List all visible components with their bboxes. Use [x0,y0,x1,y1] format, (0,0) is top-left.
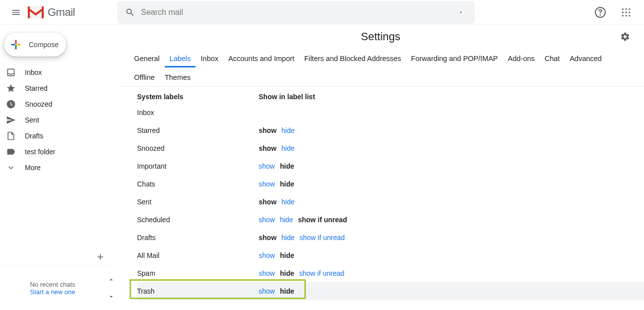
show-option[interactable]: show [259,287,280,295]
sidebar-item-inbox[interactable]: Inbox [0,64,117,80]
nav-label: More [25,164,41,172]
compose-label: Compose [29,41,59,49]
svg-rect-1 [28,6,30,18]
label-row-drafts: Draftsshowhideshow if unread [137,229,644,247]
svg-point-4 [600,14,601,15]
tab-labels[interactable]: Labels [165,49,196,67]
hide-option: hide [280,162,299,170]
svg-point-9 [625,11,627,13]
nav-label: Snoozed [25,100,52,108]
svg-point-12 [625,15,627,16]
sidebar-item-sent[interactable]: Sent [0,112,117,128]
hide-option[interactable]: hide [280,216,298,224]
gear-icon [620,32,630,42]
header: Gmail [0,0,644,25]
hamburger-icon [11,7,21,17]
show-option[interactable]: show [259,251,280,259]
svg-point-11 [622,15,624,16]
logo[interactable]: Gmail [28,6,117,19]
show-option: show [259,234,282,242]
inbox-icon [6,67,16,77]
hide-option[interactable]: hide [282,144,299,152]
star-icon [6,83,16,93]
plus-small-icon [95,252,105,262]
tab-add-ons[interactable]: Add-ons [503,49,540,67]
label-row-inbox: Inbox [137,104,644,122]
label-row-starred: Starredshowhide [137,122,644,139]
tab-themes[interactable]: Themes [160,67,196,86]
show-option[interactable]: show [259,269,280,277]
show-if-unread-option[interactable]: show if unread [299,269,349,277]
support-button[interactable] [590,2,610,22]
label-row-all-mail: All Mailshowhide [137,247,644,264]
main-menu-button[interactable] [4,0,28,24]
apps-button[interactable] [616,2,636,22]
label-options: showhide [259,282,644,300]
label-options: showhide [259,139,644,157]
tab-filters-and-blocked-addresses[interactable]: Filters and Blocked Addresses [299,49,406,67]
apps-grid-icon [621,7,631,17]
svg-point-6 [625,8,627,9]
label-name: Spam [137,264,259,282]
nav-label: test folder [25,148,55,156]
new-label-button[interactable] [95,252,105,262]
tab-offline[interactable]: Offline [129,67,160,86]
sidebar: Compose InboxStarredSnoozedSentDraftstes… [0,25,117,310]
chat-scroll-down[interactable] [107,293,115,301]
show-option[interactable]: show [259,216,280,224]
sidebar-item-snoozed[interactable]: Snoozed [0,96,117,112]
tab-forwarding-and-pop-imap[interactable]: Forwarding and POP/IMAP [406,49,503,67]
chat-scroll-up[interactable] [107,276,115,284]
label-name: Snoozed [137,139,259,157]
hide-option[interactable]: hide [282,234,299,242]
hide-option: hide [280,287,299,295]
labels-settings-content: System labels Show in label list InboxSt… [117,87,644,310]
start-chat-link[interactable]: Start a new one [30,288,75,296]
sidebar-item-more[interactable]: More [0,160,117,176]
send-icon [6,115,16,125]
page-title: Settings [361,30,401,43]
hide-option[interactable]: hide [282,126,299,134]
search-bar[interactable] [117,1,475,24]
label-row-sent: Sentshowhide [137,193,644,211]
label-options: showhideshow if unread [259,229,644,247]
label-name: Important [137,157,259,175]
tab-accounts-and-import[interactable]: Accounts and Import [223,49,299,67]
sidebar-item-starred[interactable]: Starred [0,80,117,96]
compose-button[interactable]: Compose [4,33,66,57]
hide-option[interactable]: hide [282,198,299,206]
logo-text: Gmail [48,6,75,19]
svg-rect-0 [28,6,44,18]
tab-chat[interactable]: Chat [540,49,565,67]
show-option[interactable]: show [259,162,280,170]
svg-point-13 [629,15,630,16]
svg-point-8 [622,11,624,13]
label-options [259,104,644,122]
show-if-unread-option[interactable]: show if unread [299,234,350,242]
svg-point-5 [622,8,624,9]
sidebar-item-drafts[interactable]: Drafts [0,128,117,144]
tab-inbox[interactable]: Inbox [196,49,223,67]
label-options: showhide [259,157,644,175]
hide-option: hide [280,269,299,277]
label-options: showhide [259,193,644,211]
label-row-trash: Trashshowhide [137,282,644,300]
search-input[interactable] [141,8,451,17]
gmail-logo-icon [28,6,44,18]
caret-down-icon [458,9,464,15]
show-option[interactable]: show [259,180,280,188]
chat-empty-text: No recent chats [30,281,75,288]
label-row-snoozed: Snoozedshowhide [137,139,644,157]
settings-gear-button[interactable] [615,27,635,47]
hangouts-section: No recent chats Start a new one [0,265,117,310]
sidebar-item-test-folder[interactable]: test folder [0,144,117,160]
settings-tabs: GeneralLabelsInboxAccounts and ImportFil… [117,49,644,87]
svg-rect-2 [42,6,44,18]
search-options-button[interactable] [451,9,471,15]
tab-general[interactable]: General [129,49,165,67]
label-name: Starred [137,122,259,139]
main-content: Settings GeneralLabelsInboxAccounts and … [117,25,644,310]
label-row-spam: Spamshowhideshow if unread [137,264,644,282]
label-name: All Mail [137,247,259,264]
tab-advanced[interactable]: Advanced [565,49,607,67]
